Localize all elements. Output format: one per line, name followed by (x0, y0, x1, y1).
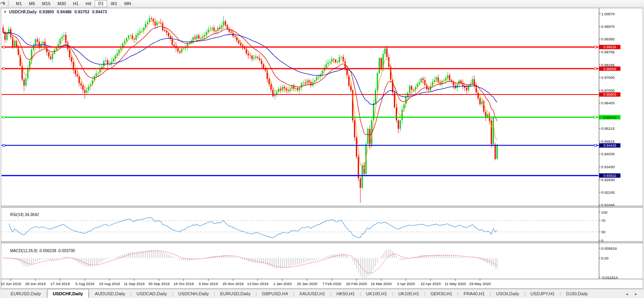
hline-handle[interactable] (3, 46, 5, 48)
candle-body (212, 28, 213, 29)
timeframe-button-D1[interactable]: D1 (95, 0, 107, 7)
symbol-tab-GBPUSD-H4[interactable]: GBPUSD,H4 (257, 289, 293, 298)
price-tick-label: 0.99385 (601, 37, 615, 41)
candle-body (479, 98, 481, 104)
macd-tick-label: 0.00 (601, 256, 609, 260)
date-tick-label: 26 Feb 2020 (346, 282, 367, 286)
candle-body (337, 62, 338, 63)
timeframe-button-H1[interactable]: H1 (70, 0, 82, 7)
price-tick-label: 0.93430 (601, 165, 615, 169)
symbol-tab-GER30-H1[interactable]: GER30,H1 (425, 289, 457, 298)
symbol-tab-EURUSD-Daily[interactable]: EURUSD,Daily (215, 289, 256, 298)
candle-body (234, 36, 236, 37)
hline-price-label: 0.98008 (604, 67, 617, 71)
symbol-tab-EURUSD-Daily[interactable]: EURUSD,Daily (5, 289, 46, 298)
candle-body (494, 144, 496, 159)
chart-tool-button[interactable]: ▾ (2, 2, 6, 5)
close-value: 0.94473 (92, 9, 107, 14)
timeframe-button-MN[interactable]: MN (121, 0, 135, 7)
candle-body (130, 35, 131, 36)
symbol-tab-UK100-H1[interactable]: UK100,H1 (393, 289, 424, 298)
price-chart-canvas[interactable]: 1.005700.999700.993850.987850.981850.976… (0, 7, 644, 289)
macd-label: MACD(12,26,9) -0.006238 -0.003700 (4, 244, 75, 257)
hline-price-label: 0.94426 (604, 144, 617, 147)
candle-body (423, 78, 424, 80)
date-tick-label: 23 Aug 2019 (99, 282, 120, 286)
collapse-icon[interactable]: ▼ (4, 10, 7, 14)
candle-body (14, 41, 15, 47)
chart-window[interactable]: 1.005700.999700.993850.987850.981850.976… (0, 7, 644, 289)
candle-body (354, 120, 355, 138)
symbol-tab-AUDUSD-Daily[interactable]: AUDUSD,Daily (90, 289, 130, 298)
chart-background-layer (1, 8, 643, 289)
candle-body (151, 18, 152, 19)
candle-body (71, 57, 72, 62)
hline-handle[interactable] (3, 144, 5, 146)
hline-handle[interactable] (595, 46, 596, 48)
candle-body (333, 59, 334, 60)
symbol-tab-USDCNH-Daily[interactable]: USDCNH,Daily (173, 289, 214, 298)
price-tick-label: 0.96400 (601, 101, 615, 105)
candle-body (457, 84, 458, 88)
hline-handle[interactable] (3, 116, 5, 118)
candle-body (194, 37, 196, 39)
candle-body (147, 22, 148, 24)
candle-body (303, 83, 304, 84)
candle-body (481, 102, 483, 104)
candle-body (177, 48, 178, 51)
candle-body (84, 90, 85, 93)
candle-body (360, 178, 361, 188)
symbol-tab-USDCHF-Daily[interactable]: USDCHF,Daily (47, 289, 88, 298)
candle-body (362, 165, 363, 188)
candle-body (287, 91, 289, 91)
open-value: 0.93800 (39, 9, 54, 14)
symbol-tab-USOil-Daily[interactable]: USOil,Daily (491, 289, 524, 298)
rsi-tick-label: 30 (601, 230, 606, 234)
candle-body (384, 49, 386, 54)
candle-body (358, 157, 359, 178)
hline-price-label: 0.99016 (604, 45, 617, 49)
candle-body (231, 32, 232, 33)
date-tick-label: 6 Nov 2019 (199, 282, 218, 286)
candle-body (238, 40, 239, 43)
scroll-left-icon[interactable]: ◂ (626, 292, 628, 296)
candle-body (421, 78, 422, 82)
rsi-tick-label: 100 (601, 210, 607, 214)
timeframe-button-W1[interactable]: W1 (107, 0, 121, 7)
price-tick-label: 0.94615 (601, 139, 615, 144)
symbol-tab-USDCAD-Daily[interactable]: USDCAD,Daily (132, 289, 172, 298)
hline-handle[interactable] (595, 116, 596, 118)
hline-handle[interactable] (595, 144, 596, 146)
candle-body (77, 74, 78, 76)
date-tick-label: 16 Mar 2020 (371, 282, 392, 286)
symbol-tab-FRA40-H1[interactable]: FRA40,H1 (459, 289, 490, 298)
timeframe-button-M30[interactable]: M30 (54, 0, 69, 7)
symbol-tab-DJ30-Daily[interactable]: DJ30,Daily (561, 289, 593, 298)
hline-handle[interactable] (3, 68, 5, 70)
timeframe-button-M1[interactable]: M1 (13, 0, 26, 7)
candle-body (50, 56, 51, 59)
candle-body (381, 58, 382, 69)
candle-body (124, 41, 125, 43)
candle-body (52, 54, 53, 59)
candle-body (37, 39, 38, 42)
timeframe-button-H4[interactable]: H4 (82, 0, 95, 7)
candle-body (174, 45, 175, 46)
candle-body (42, 42, 44, 44)
candle-body (154, 22, 156, 25)
candle-body (120, 48, 121, 50)
hline-handle[interactable] (595, 68, 596, 70)
timeframe-button-M15[interactable]: M15 (38, 0, 54, 7)
symbol-tab-UK100-H1[interactable]: UK100,H1 (361, 289, 392, 298)
scroll-right-icon[interactable]: ▸ (635, 292, 637, 296)
date-tick-label: 3 Apr 2020 (397, 282, 415, 286)
symbol-tab-XAUUSD-H1[interactable]: XAUUSD,H1 (294, 289, 330, 298)
symbol-tab-HK50-H1[interactable]: HK50,H1 (331, 289, 360, 298)
price-tick-label: 0.94030 (601, 152, 615, 156)
symbol-tab-USDJPY-H1[interactable]: USDJPY,H1 (525, 289, 560, 298)
date-tick-label: 25 Nov 2019 (222, 282, 243, 286)
candle-body (215, 31, 216, 31)
timeframe-button-M5[interactable]: M5 (26, 0, 38, 7)
candle-body (48, 52, 49, 57)
rsi-tick-label: 0 (601, 238, 603, 243)
